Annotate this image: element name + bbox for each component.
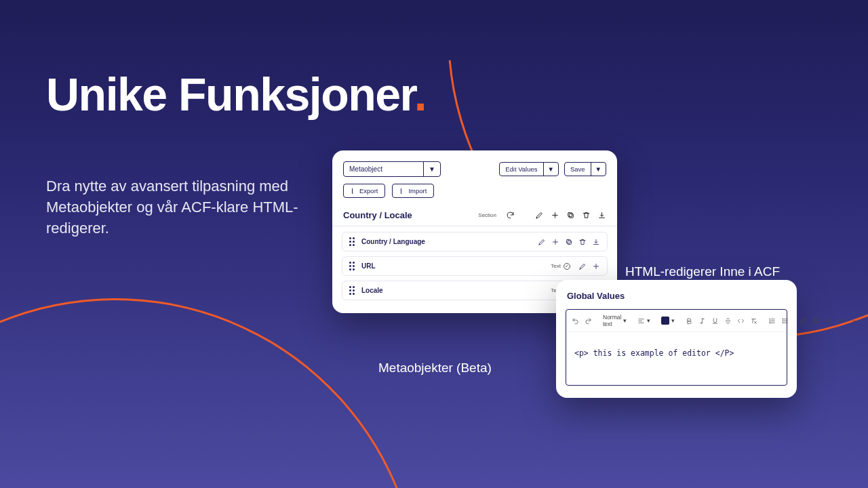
- drag-handle-icon[interactable]: [349, 286, 355, 295]
- link-icon[interactable]: [800, 317, 807, 325]
- section-header: Country / Locale Section: [332, 206, 617, 226]
- bold-icon[interactable]: [686, 317, 693, 325]
- export-button[interactable]: Export: [343, 184, 385, 198]
- svg-rect-0: [569, 214, 573, 218]
- unordered-list-icon[interactable]: [781, 317, 789, 325]
- image-icon[interactable]: [812, 317, 820, 325]
- strike-icon[interactable]: [724, 317, 732, 325]
- chevron-down-icon: ▾: [671, 317, 675, 324]
- trash-icon[interactable]: [582, 211, 591, 220]
- redo-icon[interactable]: [585, 317, 592, 325]
- refresh-icon[interactable]: [506, 211, 515, 220]
- chevron-down-icon: ▾: [623, 317, 627, 324]
- chevron-down-icon: ▼: [591, 163, 606, 176]
- plus-icon[interactable]: [551, 238, 559, 246]
- align-select[interactable]: ▾: [637, 317, 650, 325]
- field-name: URL: [361, 262, 551, 270]
- field-type: Text ✓: [551, 263, 570, 270]
- edit-values-button[interactable]: Edit Values ▼: [499, 162, 559, 176]
- copy-icon[interactable]: [566, 211, 575, 220]
- svg-point-8: [815, 319, 816, 320]
- drag-handle-icon[interactable]: [349, 237, 355, 246]
- chevron-down-icon: ▼: [543, 163, 558, 176]
- metaobject-select[interactable]: Metaobject ▼: [343, 161, 441, 177]
- copy-icon[interactable]: [565, 238, 573, 246]
- accent-dot: .: [414, 68, 426, 120]
- svg-point-6: [783, 322, 783, 323]
- color-select[interactable]: ▾: [661, 317, 675, 325]
- editor-content[interactable]: <p> this is example of editor </P>: [566, 332, 787, 385]
- chevron-down-icon: ▼: [423, 162, 440, 176]
- page-title: Unike Funksjoner.: [46, 68, 426, 121]
- source-icon[interactable]: [825, 317, 833, 325]
- trash-icon[interactable]: [578, 238, 587, 246]
- field-name: Country / Language: [361, 238, 538, 245]
- download-icon[interactable]: [592, 238, 600, 246]
- text-style-select[interactable]: Normal text▾: [603, 314, 627, 327]
- download-icon: [393, 188, 401, 194]
- export-label: Export: [353, 184, 384, 197]
- italic-icon[interactable]: [698, 317, 706, 325]
- editor-title: Global Values: [566, 291, 787, 301]
- editor-toolbar: Normal text▾ ▾ ▾: [566, 310, 787, 332]
- edit-icon[interactable]: [538, 238, 546, 246]
- undo-icon[interactable]: [572, 317, 579, 325]
- ordered-list-icon[interactable]: [768, 317, 776, 325]
- edit-icon[interactable]: [535, 211, 544, 220]
- edit-icon[interactable]: [578, 262, 587, 270]
- metaobject-select-label: Metaobject: [344, 162, 423, 176]
- edit-values-label: Edit Values: [500, 163, 542, 176]
- page-subtitle: Dra nytte av avansert tilpasning med Met…: [46, 176, 317, 239]
- svg-rect-3: [567, 239, 571, 243]
- save-button[interactable]: Save ▼: [564, 162, 606, 176]
- section-type-label: Section: [478, 212, 496, 218]
- plus-icon[interactable]: [592, 262, 600, 270]
- svg-rect-1: [568, 213, 572, 217]
- underline-icon[interactable]: [711, 317, 719, 325]
- check-circle-icon: ✓: [564, 263, 570, 270]
- svg-point-5: [783, 321, 783, 321]
- svg-point-4: [783, 319, 783, 319]
- field-name: Locale: [361, 287, 551, 294]
- svg-rect-7: [814, 318, 818, 323]
- clear-format-icon[interactable]: [750, 317, 757, 325]
- upload-icon: [344, 188, 353, 194]
- plus-icon[interactable]: [551, 211, 559, 220]
- html-editor-panel: Global Values Normal text▾ ▾ ▾: [556, 280, 797, 398]
- field-row[interactable]: Country / Language: [342, 232, 608, 251]
- field-row[interactable]: URL Text ✓: [342, 256, 608, 276]
- drag-handle-icon[interactable]: [349, 262, 355, 270]
- editor-caption: HTML-redigerer Inne i ACF: [625, 264, 780, 279]
- minus-icon[interactable]: [851, 317, 859, 325]
- import-label: Import: [401, 184, 433, 197]
- section-title: Country / Locale: [343, 210, 412, 220]
- import-button[interactable]: Import: [392, 184, 434, 198]
- chevron-down-icon: ▾: [647, 317, 650, 324]
- code-icon[interactable]: [737, 317, 745, 325]
- svg-rect-2: [568, 241, 572, 245]
- color-swatch: [661, 317, 669, 325]
- save-label: Save: [565, 163, 591, 176]
- metaobjects-caption: Metaobjekter (Beta): [378, 361, 492, 375]
- download-icon[interactable]: [597, 211, 606, 220]
- quote-icon[interactable]: [838, 317, 846, 325]
